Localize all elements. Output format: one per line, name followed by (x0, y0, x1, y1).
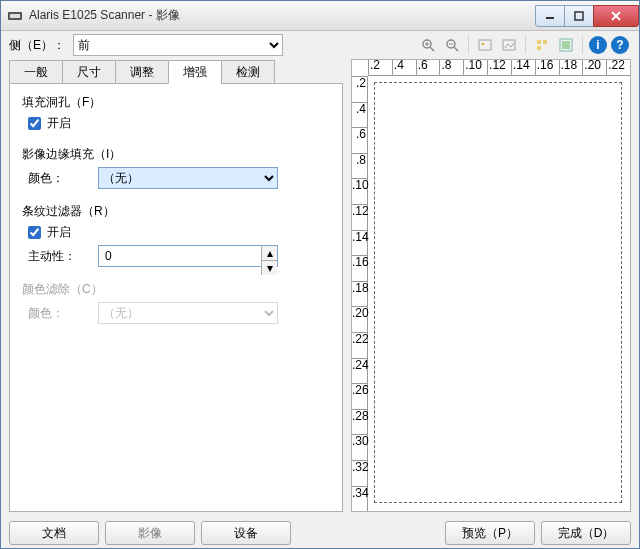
fill-holes-title: 填充洞孔（F） (22, 94, 330, 111)
tab-size[interactable]: 尺寸 (62, 60, 116, 84)
app-icon (7, 8, 23, 24)
streak-checkbox[interactable]: 开启 (28, 224, 330, 241)
ruler-tick: .34 (352, 486, 367, 512)
ruler-tick: .6 (416, 60, 440, 75)
tab-general[interactable]: 一般 (9, 60, 63, 84)
streak-aggr-input[interactable] (99, 246, 261, 266)
fill-holes-checkbox[interactable]: 开启 (28, 115, 330, 132)
streak-aggr-spinner[interactable]: ▴ ▾ (98, 245, 278, 267)
edge-fill-color-select[interactable]: （无） (98, 167, 278, 189)
fill-holes-checkbox-label: 开启 (47, 115, 71, 132)
left-pane: 一般 尺寸 调整 增强 检测 填充洞孔（F） 开启 影像边缘填充（I） (9, 59, 343, 512)
image-tool-icon[interactable] (499, 35, 519, 55)
streak-checkbox-label: 开启 (47, 224, 71, 241)
streak-aggr-label: 主动性： (28, 248, 98, 265)
options-icon[interactable] (532, 35, 552, 55)
done-button[interactable]: 完成（D） (541, 521, 631, 545)
top-row: 侧（E）： 前 i ? (1, 31, 639, 59)
svg-line-7 (430, 47, 434, 51)
ruler-tick: .14 (352, 230, 367, 256)
group-edge-fill: 影像边缘填充（I） 颜色： （无） (22, 146, 330, 189)
spinner-buttons: ▴ ▾ (261, 246, 277, 266)
svg-line-11 (454, 47, 458, 51)
minimize-button[interactable] (535, 5, 565, 27)
zoom-out-icon[interactable] (442, 35, 462, 55)
help-button[interactable]: ? (611, 36, 629, 54)
ruler-tick: .4 (392, 60, 416, 75)
side-label: 侧（E）： (9, 37, 65, 54)
preview-page[interactable] (374, 82, 622, 503)
scanner-window: Alaris E1025 Scanner - 影像 侧（E）： 前 i ? 一般… (0, 0, 640, 549)
ruler-tick: .10 (463, 60, 487, 75)
bottom-bar: 文档 影像 设备 预览（P） 完成（D） (1, 518, 639, 548)
ruler-tick: .22 (352, 332, 367, 358)
ruler-tick: .10 (352, 178, 367, 204)
group-fill-holes: 填充洞孔（F） 开启 (22, 94, 330, 132)
ruler-tick: .16 (535, 60, 559, 75)
ruler-tick: .12 (487, 60, 511, 75)
document-button[interactable]: 文档 (9, 521, 99, 545)
info-button[interactable]: i (589, 36, 607, 54)
svg-rect-20 (562, 41, 570, 49)
titlebar: Alaris E1025 Scanner - 影像 (1, 1, 639, 31)
tabs: 一般 尺寸 调整 增强 检测 (9, 60, 343, 84)
tab-detect[interactable]: 检测 (221, 60, 275, 84)
spinner-up[interactable]: ▴ (261, 246, 277, 261)
preview-button[interactable]: 预览（P） (445, 521, 535, 545)
group-color-dropout: 颜色滤除（C） 颜色： （无） (22, 281, 330, 324)
body: 一般 尺寸 调整 增强 检测 填充洞孔（F） 开启 影像边缘填充（I） (1, 59, 639, 518)
window-title: Alaris E1025 Scanner - 影像 (29, 7, 536, 24)
svg-rect-1 (10, 14, 20, 18)
options2-icon[interactable] (556, 35, 576, 55)
ruler-tick: .22 (606, 60, 630, 75)
ruler-tick: .14 (511, 60, 535, 75)
window-controls (536, 5, 639, 27)
svg-rect-17 (543, 40, 547, 44)
tab-enhance[interactable]: 增强 (168, 60, 222, 84)
svg-rect-18 (537, 46, 541, 50)
ruler-tick: .20 (582, 60, 606, 75)
tab-panel: 填充洞孔（F） 开启 影像边缘填充（I） 颜色： （无） 条纹过滤器（R） (9, 83, 343, 512)
streak-title: 条纹过滤器（R） (22, 203, 330, 220)
edge-fill-title: 影像边缘填充（I） (22, 146, 330, 163)
edge-fill-color-label: 颜色： (28, 170, 98, 187)
ruler-horizontal: .2.4.6.8.10.12.14.16.18.20.22 (368, 60, 630, 76)
close-button[interactable] (593, 5, 639, 27)
ruler-tick: .28 (352, 409, 367, 435)
streak-checkbox-input[interactable] (28, 226, 41, 239)
ruler-tick: .8 (352, 153, 367, 179)
svg-rect-13 (479, 40, 491, 50)
ruler-tick: .18 (559, 60, 583, 75)
fill-holes-checkbox-input[interactable] (28, 117, 41, 130)
ruler-tick: .12 (352, 204, 367, 230)
toolbar-separator (468, 36, 469, 54)
image-button[interactable]: 影像 (105, 521, 195, 545)
spinner-down[interactable]: ▾ (261, 261, 277, 275)
device-button[interactable]: 设备 (201, 521, 291, 545)
toolbar-separator (582, 36, 583, 54)
dropout-color-row: 颜色： （无） (28, 302, 330, 324)
ruler-tick: .8 (439, 60, 463, 75)
image-icon[interactable] (475, 35, 495, 55)
side-select[interactable]: 前 (73, 34, 283, 56)
svg-rect-16 (537, 40, 541, 44)
ruler-tick: .26 (352, 383, 367, 409)
toolbar-separator (525, 36, 526, 54)
ruler-tick: .4 (352, 102, 367, 128)
ruler-tick: .2 (368, 60, 392, 75)
svg-point-14 (482, 43, 485, 46)
tab-adjust[interactable]: 调整 (115, 60, 169, 84)
ruler-tick: .32 (352, 460, 367, 486)
ruler-tick: .6 (352, 127, 367, 153)
edge-fill-color-row: 颜色： （无） (28, 167, 330, 189)
dropout-title: 颜色滤除（C） (22, 281, 330, 298)
group-streak-filter: 条纹过滤器（R） 开启 主动性： ▴ ▾ (22, 203, 330, 267)
svg-rect-3 (575, 12, 583, 20)
dropout-color-select: （无） (98, 302, 278, 324)
ruler-vertical: .2.4.6.8.10.12.14.16.18.20.22.24.26.28.3… (352, 76, 368, 511)
maximize-button[interactable] (564, 5, 594, 27)
zoom-in-icon[interactable] (418, 35, 438, 55)
preview-pane: .2.4.6.8.10.12.14.16.18.20.22 .2.4.6.8.1… (351, 59, 631, 512)
ruler-tick: .20 (352, 306, 367, 332)
ruler-tick: .24 (352, 358, 367, 384)
